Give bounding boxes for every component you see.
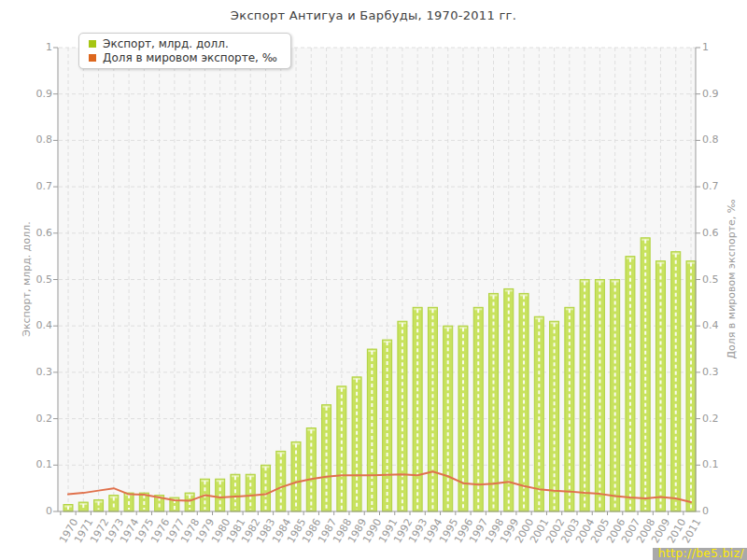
legend-item-world-share[interactable]: Доля в мировом экспорте, ‰ [89,51,277,64]
y-tick-label-right-0.1: 0.1 [702,459,719,470]
y-tick-label-right-0.4: 0.4 [702,320,719,331]
y-tick-label-left-0.1: 0.1 [15,459,52,470]
plot-canvas [0,0,747,560]
y-tick-label-right-0.8: 0.8 [702,134,719,146]
right-axis-title: Доля в мировом экспорте, ‰ [726,48,739,511]
y-tick-label-left-0.8: 0.8 [15,134,52,146]
legend: Экспорт, млрд. долл. Доля в мировом эксп… [78,33,291,69]
legend-label-export: Экспорт, млрд. долл. [103,37,229,50]
legend-item-export[interactable]: Экспорт, млрд. долл. [89,37,277,50]
y-tick-label-right-0: 0 [702,506,709,517]
chart-container: Экспорт Антигуа и Барбуды, 1970-2011 гг.… [0,0,747,560]
y-tick-label-left-0.3: 0.3 [15,367,52,378]
bar-1995[interactable] [444,326,453,511]
y-tick-label-right-0.5: 0.5 [702,274,719,286]
y-tick-label-left-0.6: 0.6 [15,228,52,239]
bar-1999[interactable] [504,288,514,511]
y-tick-label-right-0.7: 0.7 [702,181,719,192]
y-tick-label-left-0.5: 0.5 [15,274,52,286]
y-tick-label-right-0.3: 0.3 [702,367,719,378]
watermark-link[interactable]: http://be5.biz/ [653,548,747,560]
y-tick-label-right-0.2: 0.2 [702,413,719,425]
y-tick-label-left-0.7: 0.7 [15,181,52,192]
y-tick-label-left-0.4: 0.4 [15,320,52,331]
legend-label-world-share: Доля в мировом экспорте, ‰ [103,51,277,64]
legend-swatch-world-share-icon [89,54,96,62]
y-tick-label-left-1: 1 [15,42,52,53]
y-tick-label-right-0.6: 0.6 [702,228,719,239]
y-tick-label-right-0.9: 0.9 [702,89,719,100]
legend-swatch-export-icon [89,40,96,48]
y-tick-label-left-0.2: 0.2 [15,413,52,425]
y-tick-label-left-0.9: 0.9 [15,89,52,100]
y-tick-label-right-1: 1 [702,42,709,53]
y-tick-label-left-0: 0 [15,506,52,517]
